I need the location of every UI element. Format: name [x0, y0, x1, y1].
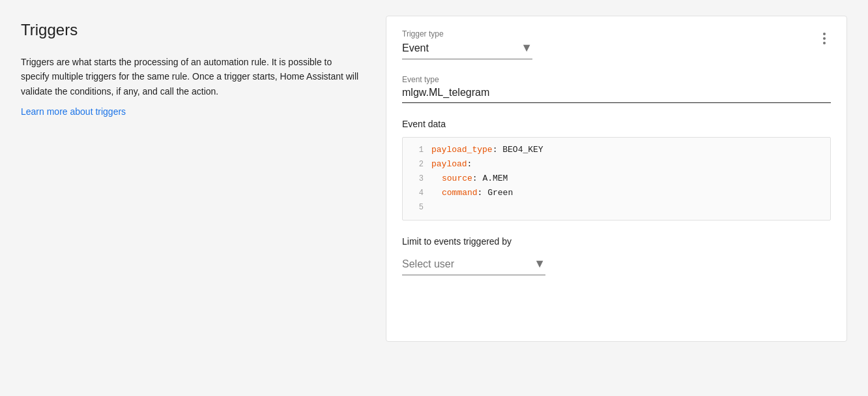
event-type-field: Event type: [402, 75, 831, 103]
more-options-button[interactable]: [813, 27, 836, 50]
code-line-5: 5: [403, 200, 830, 215]
event-type-label: Event type: [402, 75, 831, 84]
code-key-4: command: [442, 188, 478, 198]
code-key-1: payload_type: [431, 145, 493, 155]
line-number-3: 3: [408, 172, 424, 185]
code-line-1: 1 payload_type: BEO4_KEY: [403, 143, 830, 157]
line-number-2: 2: [408, 157, 424, 171]
code-editor[interactable]: 1 payload_type: BEO4_KEY 2 payload: 3 so…: [402, 137, 831, 221]
learn-more-link[interactable]: Learn more about triggers: [21, 106, 126, 117]
trigger-type-select[interactable]: Event ▼: [402, 41, 532, 59]
trigger-type-field: Trigger type Event ▼: [402, 29, 831, 59]
select-user-dropdown[interactable]: Select user ▼: [402, 257, 545, 275]
code-line-4: 4 command: Green: [403, 186, 830, 200]
event-data-label: Event data: [402, 119, 831, 129]
description-text: Triggers are what starts the processing …: [21, 55, 360, 99]
code-line-2: 2 payload:: [403, 157, 830, 172]
trigger-type-value: Event: [402, 42, 518, 54]
trigger-type-dropdown-icon: ▼: [521, 41, 532, 55]
limit-label: Limit to events triggered by: [402, 236, 831, 247]
select-user-dropdown-icon: ▼: [534, 257, 545, 271]
line-number-4: 4: [408, 186, 424, 200]
line-number-5: 5: [408, 200, 424, 214]
three-dots-icon: [823, 33, 826, 44]
line-number-1: 1: [408, 143, 424, 157]
trigger-type-label: Trigger type: [402, 29, 831, 38]
code-line-3: 3 source: A.MEM: [403, 172, 830, 186]
select-user-value: Select user: [402, 258, 531, 270]
code-key-3: source: [442, 174, 472, 183]
event-type-input[interactable]: [402, 87, 831, 103]
page-title: Triggers: [21, 21, 360, 39]
limit-section: Limit to events triggered by Select user…: [402, 236, 831, 275]
trigger-card: Trigger type Event ▼ Event type Event da…: [386, 16, 847, 342]
code-key-2: payload: [431, 159, 467, 169]
left-panel: Triggers Triggers are what starts the pr…: [21, 16, 360, 342]
event-data-section: Event data 1 payload_type: BEO4_KEY 2 pa…: [402, 119, 831, 221]
